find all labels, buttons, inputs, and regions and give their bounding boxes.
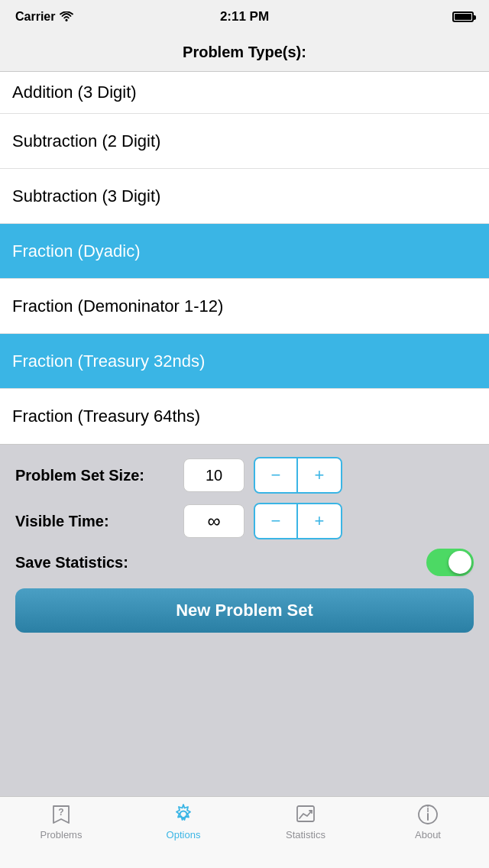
controls-area: Problem Set Size: 10 − + Visible Time: ∞… (0, 445, 489, 645)
tab-options[interactable]: Options (122, 803, 244, 840)
visible-time-increment[interactable]: + (298, 504, 341, 538)
problem-type-list: Addition (3 Digit) Subtraction (2 Digit)… (0, 72, 489, 445)
svg-text:?: ? (58, 807, 63, 818)
question-bookmark-icon: ? (50, 803, 73, 826)
problem-set-size-increment[interactable]: + (298, 458, 341, 492)
tab-statistics-label: Statistics (286, 829, 325, 840)
tab-about-label: About (415, 829, 441, 840)
problem-set-size-row: Problem Set Size: 10 − + (15, 457, 474, 494)
tab-bar: ? Problems Options Statistics (0, 796, 489, 868)
tab-about[interactable]: i About (367, 803, 489, 840)
list-item-fraction-dyadic[interactable]: Fraction (Dyadic) (0, 224, 489, 279)
svg-rect-3 (297, 806, 314, 821)
new-problem-set-button[interactable]: New Problem Set (15, 588, 474, 633)
visible-time-stepper: − + (254, 503, 342, 539)
problem-set-size-label: Problem Set Size: (15, 467, 183, 484)
save-statistics-label: Save Statistics: (15, 554, 426, 572)
save-statistics-row: Save Statistics: (15, 549, 474, 576)
list-item[interactable]: Addition (3 Digit) (0, 72, 489, 114)
carrier-label: Carrier (15, 10, 73, 24)
visible-time-decrement[interactable]: − (255, 504, 298, 538)
svg-text:i: i (426, 805, 429, 814)
page-header: Problem Type(s): (0, 34, 489, 72)
problem-set-size-decrement[interactable]: − (255, 458, 298, 492)
problem-set-size-value: 10 (183, 458, 244, 492)
visible-time-row: Visible Time: ∞ − + (15, 503, 474, 539)
tab-options-label: Options (167, 829, 201, 840)
tab-statistics[interactable]: Statistics (244, 803, 367, 840)
toggle-thumb (449, 551, 471, 574)
problem-set-size-stepper: − + (254, 457, 342, 494)
list-item[interactable]: Subtraction (3 Digit) (0, 169, 489, 224)
visible-time-value: ∞ (183, 504, 244, 538)
gear-icon (172, 803, 195, 826)
save-statistics-toggle[interactable] (426, 549, 474, 576)
page-title: Problem Type(s): (183, 44, 306, 61)
visible-time-label: Visible Time: (15, 513, 183, 530)
svg-point-0 (66, 19, 68, 21)
list-item-fraction-treasury-32nds[interactable]: Fraction (Treasury 32nds) (0, 334, 489, 389)
battery-indicator (452, 11, 474, 22)
status-time: 2:11 PM (220, 9, 269, 24)
tab-problems-label: Problems (40, 829, 83, 840)
list-item[interactable]: Fraction (Demoninator 1-12) (0, 279, 489, 334)
tab-problems[interactable]: ? Problems (0, 803, 122, 840)
wifi-icon (60, 11, 73, 22)
info-icon: i (416, 803, 439, 826)
list-item[interactable]: Fraction (Treasury 64ths) (0, 389, 489, 444)
status-bar: Carrier 2:11 PM (0, 0, 489, 34)
chart-icon (294, 803, 317, 826)
list-item[interactable]: Subtraction (2 Digit) (0, 114, 489, 169)
